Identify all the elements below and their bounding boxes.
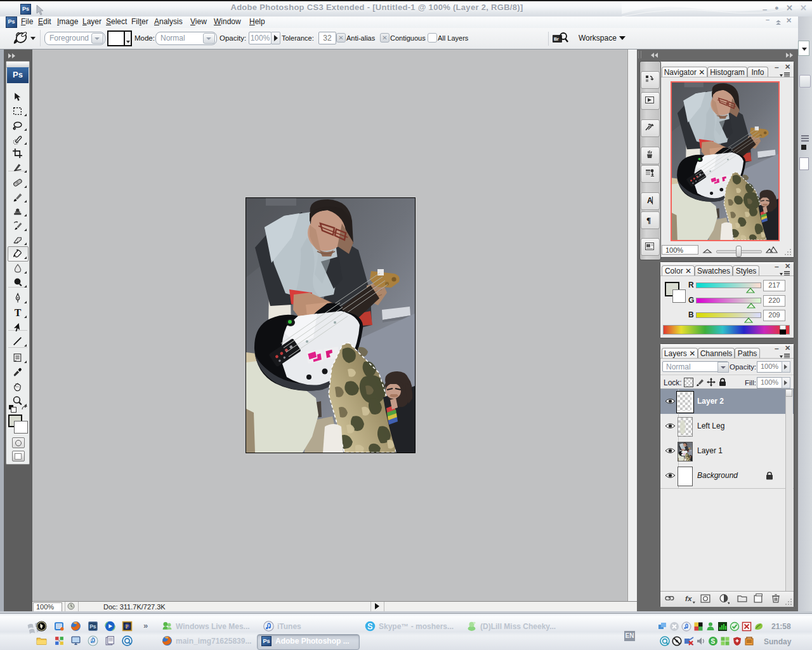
svg-text:Ps: Ps: [89, 623, 96, 630]
svg-text:S: S: [711, 638, 716, 645]
svg-text:¶: ¶: [646, 215, 651, 225]
svg-text:T: T: [15, 307, 22, 318]
svg-text:fx: fx: [685, 594, 692, 602]
svg-text:A: A: [647, 196, 653, 205]
svg-text:P: P: [126, 624, 129, 630]
svg-text:Br: Br: [554, 37, 559, 41]
